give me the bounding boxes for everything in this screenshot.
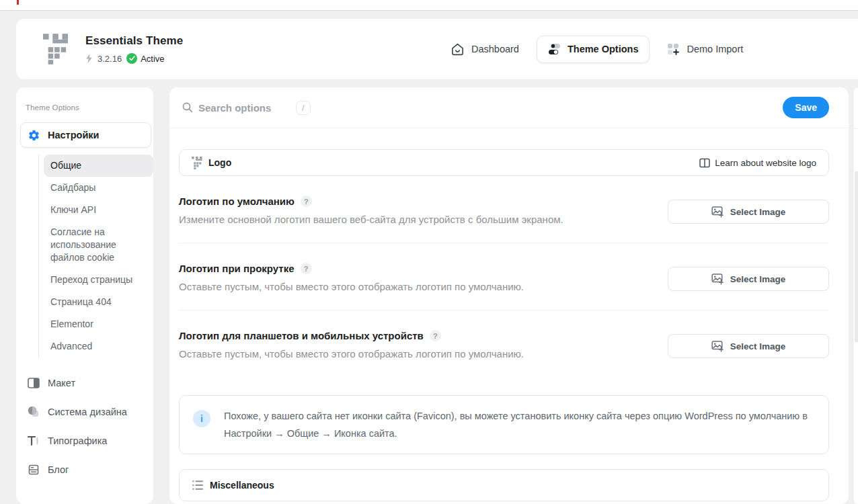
save-button[interactable]: Save xyxy=(783,97,829,118)
miscellaneous-section-header: Miscellaneous xyxy=(179,469,829,501)
search-bar: / xyxy=(182,101,783,115)
red-marker xyxy=(17,0,19,5)
toggles-icon xyxy=(548,43,561,56)
sidebar: Theme Options Настройки Общие Сайдбары К… xyxy=(16,87,153,504)
castle-logo-icon xyxy=(192,157,202,169)
logo-section-title: Logo xyxy=(208,157,231,168)
select-image-label: Select Image xyxy=(730,341,786,351)
next-panel-edge xyxy=(853,87,858,504)
search-icon xyxy=(182,101,194,114)
sidebar-item-typography[interactable]: Типографика xyxy=(16,426,153,455)
sidebar-item-settings[interactable]: Настройки xyxy=(20,122,151,148)
options-toolbar: / Save xyxy=(169,87,849,128)
layout-icon xyxy=(27,376,40,389)
option-title: Логотип по умолчанию xyxy=(179,196,295,207)
home-icon xyxy=(451,42,465,56)
header-nav: Dashboard Theme Options Demo Import xyxy=(440,19,754,79)
option-title: Логотип для планшетов и мобильных устрой… xyxy=(179,330,424,341)
sidebar-item-blog-label: Блог xyxy=(48,464,69,475)
option-sticky-logo: Логотип при прокрутке ? Оставьте пустым,… xyxy=(179,243,829,310)
brand: Essentials Theme 3.2.16 Active xyxy=(16,34,183,65)
status-badge: Active xyxy=(126,53,164,64)
select-image-button[interactable]: Select Image xyxy=(668,267,829,291)
sidebar-item-typography-label: Типографика xyxy=(48,435,107,446)
option-description: Оставьте пустым, чтобы вместо этого отоб… xyxy=(179,348,524,360)
image-plus-icon xyxy=(711,273,724,285)
options-content: Logo Learn about website logo Логотип по… xyxy=(169,128,849,501)
select-image-label: Select Image xyxy=(730,207,786,217)
search-input[interactable] xyxy=(198,102,286,114)
book-icon xyxy=(699,158,710,168)
theme-version: 3.2.16 xyxy=(98,54,122,64)
theme-title: Essentials Theme xyxy=(85,34,183,48)
nav-demo-import-label: Demo Import xyxy=(687,44,743,54)
sidebar-item-sidebars[interactable]: Сайдбары xyxy=(44,177,153,199)
help-icon[interactable]: ? xyxy=(301,263,312,274)
theme-logo-icon xyxy=(43,34,69,65)
admin-top-strip xyxy=(0,0,858,11)
blog-icon xyxy=(27,463,40,476)
sidebar-item-blog[interactable]: Блог xyxy=(16,455,153,484)
select-image-button[interactable]: Select Image xyxy=(668,334,829,358)
learn-about-logo-label: Learn about website logo xyxy=(715,158,816,168)
next-panel-divider xyxy=(853,128,858,129)
sidebar-item-settings-label: Настройки xyxy=(48,130,100,140)
gear-icon xyxy=(28,129,40,142)
sidebar-item-layout-label: Макет xyxy=(48,378,75,388)
info-icon: i xyxy=(193,410,210,427)
sidebar-item-404-page[interactable]: Страница 404 xyxy=(44,291,153,313)
sidebar-item-api-keys[interactable]: Ключи API xyxy=(44,199,153,221)
sidebar-sub-list: Общие Сайдбары Ключи API Согласие на исп… xyxy=(38,155,153,358)
option-description: Оставьте пустым, чтобы вместо этого отоб… xyxy=(179,281,524,292)
status-label: Active xyxy=(141,54,164,64)
design-system-icon xyxy=(27,405,40,418)
sidebar-item-page-transition[interactable]: Переход страницы xyxy=(44,269,153,291)
sidebar-section-label: Theme Options xyxy=(26,103,153,112)
sidebar-item-cookie-consent[interactable]: Согласие на использование файлов cookie xyxy=(44,221,153,269)
favicon-notice-text: Похоже, у вашего сайта нет иконки сайта … xyxy=(224,407,815,442)
nav-dashboard-label: Dashboard xyxy=(471,44,519,54)
sidebar-item-design-system-label: Система дизайна xyxy=(48,407,127,417)
nav-demo-import[interactable]: Demo Import xyxy=(656,36,754,62)
nav-theme-options-label: Theme Options xyxy=(568,44,639,54)
typography-icon xyxy=(27,434,40,447)
image-plus-icon xyxy=(711,340,724,352)
nav-dashboard[interactable]: Dashboard xyxy=(440,36,530,63)
sidebar-item-layout[interactable]: Макет xyxy=(16,368,153,397)
sidebar-item-advanced[interactable]: Advanced xyxy=(44,335,153,358)
image-plus-icon xyxy=(711,206,724,218)
learn-about-logo-link[interactable]: Learn about website logo xyxy=(699,158,816,168)
nav-theme-options[interactable]: Theme Options xyxy=(537,36,650,63)
main-panel: / Save Logo Learn about webs xyxy=(169,87,849,504)
favicon-notice: i Похоже, у вашего сайта нет иконки сайт… xyxy=(179,395,829,454)
sidebar-item-design-system[interactable]: Система дизайна xyxy=(16,397,153,426)
option-title: Логотип при прокрутке xyxy=(179,263,295,274)
grid-plus-icon xyxy=(667,43,680,56)
search-shortcut-key: / xyxy=(296,101,311,115)
miscellaneous-title: Miscellaneous xyxy=(210,480,274,491)
option-default-logo: Логотип по умолчанию ? Измените основной… xyxy=(179,176,829,243)
sidebar-item-general[interactable]: Общие xyxy=(44,155,153,177)
help-icon[interactable]: ? xyxy=(430,330,441,341)
logo-section-header: Logo Learn about website logo xyxy=(179,149,829,176)
list-icon xyxy=(192,480,204,491)
sidebar-item-elementor[interactable]: Elementor xyxy=(44,313,153,335)
option-description: Измените основной логотип вашего веб-сай… xyxy=(179,214,563,225)
sidebar-parent-list: Макет Система дизайна Типографика xyxy=(16,368,153,484)
help-icon[interactable]: ? xyxy=(301,196,312,207)
header: Essentials Theme 3.2.16 Active xyxy=(16,19,858,79)
bolt-icon xyxy=(85,54,93,63)
select-image-label: Select Image xyxy=(730,274,786,284)
option-mobile-logo: Логотип для планшетов и мобильных устрой… xyxy=(179,310,829,377)
select-image-button[interactable]: Select Image xyxy=(668,200,829,224)
check-icon xyxy=(126,53,137,64)
